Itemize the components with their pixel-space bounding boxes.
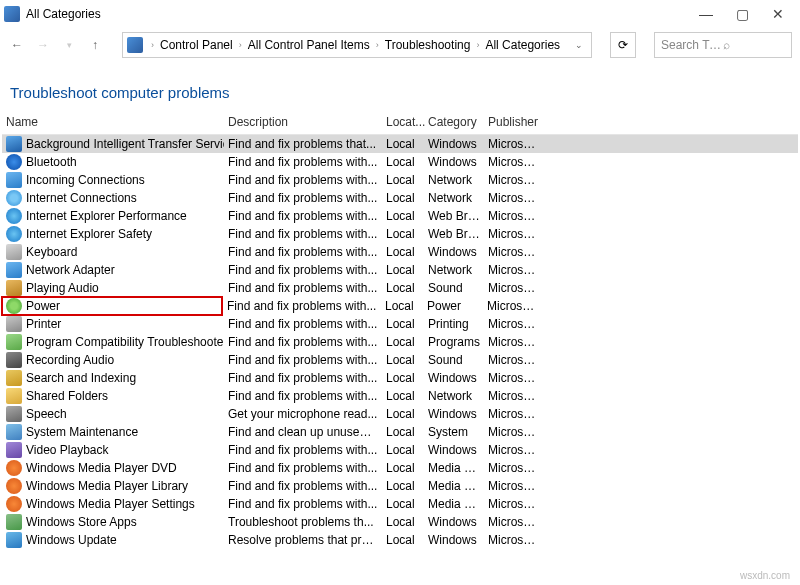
cell-publisher: Microso...	[484, 443, 542, 457]
table-row[interactable]: Windows Media Player DVDFind and fix pro…	[2, 459, 798, 477]
cell-description: Find and fix problems with...	[224, 281, 382, 295]
item-icon	[6, 190, 22, 206]
col-description[interactable]: Description	[224, 113, 382, 131]
address-bar[interactable]: › Control Panel › All Control Panel Item…	[122, 32, 592, 58]
cell-publisher: Microso...	[484, 191, 542, 205]
cell-category: Windows	[424, 443, 484, 457]
item-icon	[6, 262, 22, 278]
table-row[interactable]: System MaintenanceFind and clean up unus…	[2, 423, 798, 441]
table-row[interactable]: Playing AudioFind and fix problems with.…	[2, 279, 798, 297]
cell-name: Program Compatibility Troubleshooter	[2, 334, 224, 350]
cell-name: Internet Explorer Performance	[2, 208, 224, 224]
item-name: Speech	[26, 407, 67, 421]
item-name: Internet Connections	[26, 191, 137, 205]
cell-name: Windows Media Player Library	[2, 478, 224, 494]
item-icon	[6, 172, 22, 188]
cell-category: Media P...	[424, 479, 484, 493]
refresh-button[interactable]: ⟳	[610, 32, 636, 58]
cell-location: Local	[381, 299, 423, 313]
cell-publisher: Microso...	[484, 389, 542, 403]
cell-description: Find and fix problems with...	[224, 389, 382, 403]
table-row[interactable]: Internet Explorer SafetyFind and fix pro…	[2, 225, 798, 243]
table-row[interactable]: Windows Store AppsTroubleshoot problems …	[2, 513, 798, 531]
cell-publisher: Microso...	[484, 173, 542, 187]
minimize-button[interactable]: —	[688, 3, 724, 25]
cell-name: Windows Update	[2, 532, 224, 548]
cell-publisher: Microso...	[484, 227, 542, 241]
cell-name: Recording Audio	[2, 352, 224, 368]
item-icon	[6, 334, 22, 350]
cell-location: Local	[382, 515, 424, 529]
maximize-button[interactable]: ▢	[724, 3, 760, 25]
cell-location: Local	[382, 461, 424, 475]
item-name: Windows Media Player DVD	[26, 461, 177, 475]
crumb-troubleshooting[interactable]: Troubleshooting	[383, 38, 473, 52]
table-row[interactable]: Network AdapterFind and fix problems wit…	[2, 261, 798, 279]
refresh-icon: ⟳	[618, 38, 628, 52]
table-row[interactable]: KeyboardFind and fix problems with...Loc…	[2, 243, 798, 261]
table-row[interactable]: Windows UpdateResolve problems that pre.…	[2, 531, 798, 549]
cell-location: Local	[382, 137, 424, 151]
item-name: Network Adapter	[26, 263, 115, 277]
address-dropdown-icon[interactable]: ⌄	[571, 40, 587, 50]
table-row[interactable]: Incoming ConnectionsFind and fix problem…	[2, 171, 798, 189]
search-input[interactable]: Search Troubleshoot... ⌕	[654, 32, 792, 58]
crumb-all-categories[interactable]: All Categories	[483, 38, 562, 52]
table-row[interactable]: SpeechGet your microphone read...LocalWi…	[2, 405, 798, 423]
cell-name: Search and Indexing	[2, 370, 224, 386]
col-location[interactable]: Locat...	[382, 113, 424, 131]
table-row[interactable]: Windows Media Player LibraryFind and fix…	[2, 477, 798, 495]
col-name[interactable]: Name	[2, 113, 224, 131]
cell-location: Local	[382, 263, 424, 277]
back-icon[interactable]: ←	[8, 36, 26, 54]
cell-name: Windows Media Player DVD	[2, 460, 224, 476]
table-row[interactable]: Program Compatibility TroubleshooterFind…	[2, 333, 798, 351]
col-category[interactable]: Category	[424, 113, 484, 131]
chevron-right-icon[interactable]: ›	[472, 40, 483, 50]
cell-name: Background Intelligent Transfer Service	[2, 136, 224, 152]
table-row[interactable]: Recording AudioFind and fix problems wit…	[2, 351, 798, 369]
cell-publisher: Microso...	[484, 407, 542, 421]
cell-location: Local	[382, 245, 424, 259]
item-name: Keyboard	[26, 245, 77, 259]
item-name: Search and Indexing	[26, 371, 136, 385]
item-icon	[6, 496, 22, 512]
table-row[interactable]: Video PlaybackFind and fix problems with…	[2, 441, 798, 459]
chevron-right-icon[interactable]: ›	[372, 40, 383, 50]
table-row[interactable]: Internet Explorer PerformanceFind and fi…	[2, 207, 798, 225]
up-icon[interactable]: ↑	[86, 36, 104, 54]
cell-description: Find and fix problems with...	[224, 227, 382, 241]
cell-location: Local	[382, 281, 424, 295]
cell-category: Network	[424, 263, 484, 277]
cell-category: Windows	[424, 155, 484, 169]
table-row[interactable]: PrinterFind and fix problems with...Loca…	[2, 315, 798, 333]
cell-category: Media P...	[424, 497, 484, 511]
cell-description: Find and fix problems that...	[224, 137, 382, 151]
table-row[interactable]: Shared FoldersFind and fix problems with…	[2, 387, 798, 405]
table-row[interactable]: Background Intelligent Transfer ServiceF…	[2, 135, 798, 153]
cell-name: Network Adapter	[2, 262, 224, 278]
item-name: Windows Media Player Settings	[26, 497, 195, 511]
col-publisher[interactable]: Publisher	[484, 113, 542, 131]
table-row[interactable]: Windows Media Player SettingsFind and fi…	[2, 495, 798, 513]
recent-dropdown-icon[interactable]: ▾	[60, 36, 78, 54]
cell-name: Incoming Connections	[2, 172, 224, 188]
forward-icon[interactable]: →	[34, 36, 52, 54]
item-icon	[6, 352, 22, 368]
table-row[interactable]: PowerFind and fix problems with...LocalP…	[2, 297, 798, 315]
close-button[interactable]: ✕	[760, 3, 796, 25]
breadcrumb: › Control Panel › All Control Panel Item…	[147, 38, 567, 52]
crumb-all-items[interactable]: All Control Panel Items	[246, 38, 372, 52]
chevron-right-icon[interactable]: ›	[147, 40, 158, 50]
cell-category: Windows	[424, 245, 484, 259]
chevron-right-icon[interactable]: ›	[235, 40, 246, 50]
table-row[interactable]: Search and IndexingFind and fix problems…	[2, 369, 798, 387]
table-row[interactable]: Internet ConnectionsFind and fix problem…	[2, 189, 798, 207]
cell-description: Find and fix problems with...	[224, 497, 382, 511]
cell-description: Find and fix problems with...	[224, 443, 382, 457]
crumb-control-panel[interactable]: Control Panel	[158, 38, 235, 52]
table-row[interactable]: BluetoothFind and fix problems with...Lo…	[2, 153, 798, 171]
item-name: Background Intelligent Transfer Service	[26, 137, 224, 151]
cell-publisher: Microso...	[484, 515, 542, 529]
item-icon	[6, 208, 22, 224]
